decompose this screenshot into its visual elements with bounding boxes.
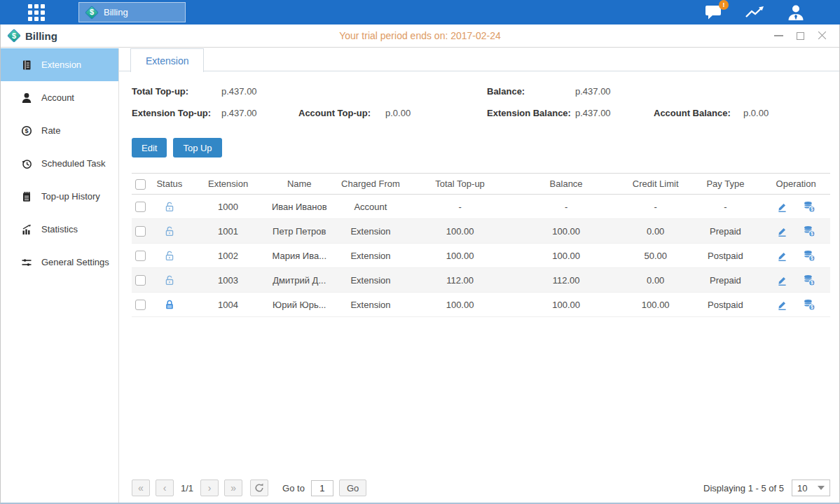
tab-extension[interactable]: Extension bbox=[130, 48, 204, 72]
cell-charged-from: Extension bbox=[331, 268, 410, 293]
billing-app-window: $ Billing ! bbox=[0, 0, 840, 504]
topup-icon[interactable]: $ bbox=[803, 225, 815, 237]
sidebar-item-label: Rate bbox=[41, 125, 60, 136]
sidebar-item-rate[interactable]: $ Rate bbox=[1, 114, 118, 147]
top-bar: $ Billing ! bbox=[0, 0, 840, 24]
cell-charged-from: Extension bbox=[331, 244, 410, 268]
summary-panel: Total Top-up: p.437.00 Extension Top-up:… bbox=[119, 71, 839, 130]
user-account-icon[interactable] bbox=[787, 4, 805, 21]
cell-total-topup: 112.00 bbox=[410, 268, 511, 293]
col-balance: Balance bbox=[510, 174, 622, 195]
cell-name: Петр Петров bbox=[267, 219, 331, 244]
topbar-tab-label: Billing bbox=[104, 7, 128, 18]
cell-name: Иван Иванов bbox=[267, 195, 331, 219]
cell-credit-limit: 0.00 bbox=[622, 219, 689, 244]
goto-page-input[interactable] bbox=[311, 480, 333, 496]
top-up-button[interactable]: Top Up bbox=[173, 138, 221, 158]
minimize-button[interactable] bbox=[773, 31, 783, 41]
sidebar-item-label: Statistics bbox=[41, 224, 78, 234]
cell-extension: 1003 bbox=[189, 268, 268, 293]
cell-credit-limit: 0.00 bbox=[622, 268, 689, 293]
sidebar-item-label: Extension bbox=[41, 59, 81, 70]
sliders-icon bbox=[21, 257, 32, 268]
cell-name: Юрий Юрь... bbox=[267, 293, 331, 317]
dollar-circle-icon: $ bbox=[21, 125, 32, 136]
table-header-row: Status Extension Name Charged From Total… bbox=[132, 174, 830, 195]
col-charged-from: Charged From bbox=[331, 174, 410, 195]
col-pay-type: Pay Type bbox=[689, 174, 762, 195]
table-row: 1000 Иван Иванов Account - - - - $ bbox=[132, 195, 830, 219]
window-frame: $ Billing Your trial period ends on: 201… bbox=[0, 24, 840, 504]
trial-period-notice: Your trial period ends on: 2017-02-24 bbox=[1, 30, 839, 41]
sidebar-item-label: Account bbox=[41, 92, 74, 103]
sidebar-item-scheduled-task[interactable]: Scheduled Task bbox=[1, 147, 118, 180]
displaying-info: Displaying 1 - 5 of 5 bbox=[703, 483, 784, 493]
notepad-icon bbox=[21, 191, 32, 202]
extension-topup-label: Extension Top-up: bbox=[132, 108, 221, 118]
edit-button[interactable]: Edit bbox=[132, 138, 167, 158]
go-button[interactable]: Go bbox=[339, 479, 366, 496]
edit-icon[interactable] bbox=[776, 201, 788, 213]
cell-total-topup: - bbox=[410, 195, 511, 219]
ledger-icon bbox=[21, 59, 32, 71]
row-checkbox[interactable] bbox=[135, 251, 146, 261]
history-clock-icon bbox=[21, 158, 32, 169]
page-size-select[interactable]: 10 bbox=[792, 479, 830, 496]
row-checkbox[interactable] bbox=[135, 275, 146, 286]
resource-monitor-icon[interactable] bbox=[745, 5, 766, 20]
col-total-topup: Total Top-up bbox=[410, 174, 511, 195]
edit-icon[interactable] bbox=[776, 274, 788, 286]
tab-strip: Extension bbox=[119, 48, 839, 71]
sidebar-item-statistics[interactable]: Statistics bbox=[1, 213, 118, 246]
cell-name: Мария Ива... bbox=[267, 244, 331, 268]
select-all-checkbox[interactable] bbox=[135, 179, 146, 190]
topbar-tab-billing[interactable]: $ Billing bbox=[78, 2, 186, 22]
cell-balance: 100.00 bbox=[510, 219, 622, 244]
cell-total-topup: 100.00 bbox=[410, 244, 511, 268]
sidebar: Extension Account $ Rate Scheduled Task bbox=[1, 48, 118, 503]
cell-balance: - bbox=[510, 195, 622, 219]
col-operation: Operation bbox=[762, 174, 830, 195]
close-button[interactable] bbox=[817, 31, 827, 41]
topup-icon[interactable]: $ bbox=[803, 250, 815, 262]
cell-charged-from: Account bbox=[331, 195, 410, 219]
edit-icon[interactable] bbox=[776, 299, 788, 311]
next-page-button[interactable]: › bbox=[200, 479, 219, 496]
sidebar-item-label: Top-up History bbox=[41, 191, 100, 202]
cell-credit-limit: 50.00 bbox=[622, 244, 689, 268]
sidebar-item-general-settings[interactable]: General Settings bbox=[1, 246, 118, 279]
billing-app-icon: $ bbox=[84, 5, 99, 20]
refresh-button[interactable] bbox=[250, 479, 268, 496]
total-topup-value: p.437.00 bbox=[221, 86, 257, 97]
topup-icon[interactable]: $ bbox=[803, 299, 815, 311]
sidebar-item-extension[interactable]: Extension bbox=[1, 48, 118, 81]
account-balance-label: Account Balance: bbox=[654, 108, 743, 118]
cell-extension: 1001 bbox=[189, 219, 268, 244]
svg-text:$: $ bbox=[811, 206, 813, 212]
table-row: 1002 Мария Ива... Extension 100.00 100.0… bbox=[132, 244, 830, 268]
edit-icon[interactable] bbox=[776, 225, 788, 237]
prev-page-button[interactable]: ‹ bbox=[156, 479, 174, 496]
maximize-button[interactable] bbox=[795, 31, 805, 41]
col-extension: Extension bbox=[189, 174, 268, 195]
status-lock-icon bbox=[164, 201, 175, 211]
last-page-button[interactable]: » bbox=[224, 479, 242, 496]
app-launcher-icon[interactable] bbox=[26, 2, 47, 23]
extension-table: Status Extension Name Charged From Total… bbox=[132, 173, 830, 317]
row-checkbox[interactable] bbox=[135, 300, 146, 310]
chevron-down-icon bbox=[818, 486, 825, 490]
topup-icon[interactable]: $ bbox=[803, 201, 815, 213]
cell-total-topup: 100.00 bbox=[410, 219, 511, 244]
row-checkbox[interactable] bbox=[135, 202, 146, 212]
notifications-icon[interactable]: ! bbox=[705, 4, 724, 20]
sidebar-item-topup-history[interactable]: Top-up History bbox=[1, 180, 118, 213]
row-checkbox[interactable] bbox=[135, 226, 146, 237]
sidebar-item-label: General Settings bbox=[41, 257, 109, 267]
edit-icon[interactable] bbox=[776, 250, 788, 262]
balance-label: Balance: bbox=[487, 86, 575, 97]
col-status: Status bbox=[150, 174, 189, 195]
topup-icon[interactable]: $ bbox=[803, 274, 815, 286]
status-lock-icon bbox=[164, 225, 175, 236]
sidebar-item-account[interactable]: Account bbox=[1, 81, 118, 114]
first-page-button[interactable]: « bbox=[132, 479, 150, 496]
